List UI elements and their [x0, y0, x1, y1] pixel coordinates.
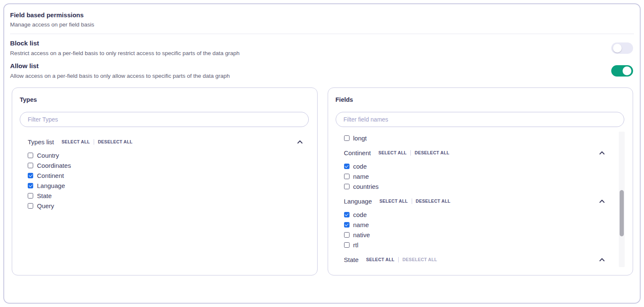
checkbox-row: code — [344, 268, 605, 270]
types-filter-input[interactable] — [20, 112, 309, 127]
collapse-button[interactable] — [599, 199, 605, 203]
checkbox-row: name — [344, 220, 605, 230]
checkbox-row: native — [344, 230, 605, 240]
group-label: State — [344, 256, 359, 263]
checkbox[interactable] — [344, 222, 350, 228]
block-list-heading: Block list — [10, 40, 239, 47]
checkbox-label: countries — [353, 183, 379, 190]
chevron-up-icon — [599, 199, 605, 203]
group-header: Types listSELECT ALLDESELECT ALL — [28, 137, 303, 146]
allow-list-heading: Allow list — [10, 62, 230, 70]
select-all-button[interactable]: SELECT ALL — [379, 198, 407, 204]
fields-panel: Fields longtContinentSELECT ALLDESELECT … — [328, 87, 633, 275]
checkbox[interactable] — [28, 183, 33, 188]
checkbox-row: Language — [28, 180, 303, 191]
checkbox[interactable] — [344, 184, 350, 189]
deselect-all-button[interactable]: DESELECT ALL — [402, 257, 437, 262]
allow-list-section: Allow list Allow access on a per-field b… — [4, 62, 640, 79]
fields-panel-title: Fields — [336, 96, 625, 103]
group-label: Types list — [28, 138, 54, 146]
group-header: StateSELECT ALLDESELECT ALL — [344, 255, 605, 264]
page-subtitle: Manage access on per field basis — [10, 21, 634, 28]
types-list: CountryCoordinatesContinentLanguageState… — [28, 150, 303, 211]
checkbox-label: State — [37, 192, 52, 199]
checkbox-label: Language — [37, 182, 65, 189]
collapse-button[interactable] — [599, 258, 605, 262]
checkbox[interactable] — [28, 163, 33, 168]
checkbox-row: Country — [28, 150, 303, 160]
checkbox-row: State — [28, 191, 303, 201]
checkbox-label: Country — [37, 152, 59, 159]
header-divider — [10, 34, 634, 34]
checkbox-label: Continent — [37, 172, 64, 179]
checkbox-label: longt — [353, 135, 367, 142]
deselect-all-button[interactable]: DESELECT ALL — [415, 150, 449, 155]
deselect-all-button[interactable]: DESELECT ALL — [416, 198, 451, 204]
checkbox-row: longt — [344, 133, 605, 143]
checkbox-row: code — [344, 161, 605, 171]
checkbox-row: countries — [344, 181, 605, 191]
group-label: Language — [344, 198, 372, 205]
chevron-up-icon — [599, 258, 605, 262]
deselect-all-button[interactable]: DESELECT ALL — [98, 139, 133, 144]
allow-list-toggle[interactable] — [611, 65, 633, 77]
allow-list-text: Allow list Allow access on a per-field b… — [10, 62, 230, 79]
vertical-separator — [94, 139, 94, 145]
group-label: Continent — [344, 149, 371, 156]
vertical-separator — [412, 198, 412, 204]
checkbox-row: Query — [28, 201, 303, 211]
allow-list-description: Allow access on a per-field basis to onl… — [10, 73, 230, 79]
checkbox[interactable] — [344, 242, 350, 248]
checkbox[interactable] — [28, 193, 33, 198]
block-list-toggle[interactable] — [611, 42, 633, 54]
select-all-button[interactable]: SELECT ALL — [62, 139, 90, 144]
checkbox-row: rtl — [344, 240, 605, 250]
selection-panels: Types Types listSELECT ALLDESELECT ALL C… — [4, 87, 640, 275]
checkbox[interactable] — [344, 232, 350, 238]
collapse-button[interactable] — [599, 151, 605, 155]
group-header: ContinentSELECT ALLDESELECT ALL — [344, 148, 605, 157]
checkbox[interactable] — [344, 174, 350, 179]
types-panel: Types Types listSELECT ALLDESELECT ALL C… — [12, 87, 318, 275]
field-permissions-card: Field based permissions Manage access on… — [3, 3, 641, 304]
checkbox[interactable] — [28, 173, 33, 178]
checkbox[interactable] — [344, 135, 350, 141]
checkbox-label: code — [353, 211, 367, 218]
checkbox-label: code — [353, 163, 367, 170]
block-list-description: Restrict access on a per-field basis to … — [10, 50, 239, 56]
checkbox-label: name — [353, 173, 369, 180]
checkbox[interactable] — [344, 164, 350, 169]
vertical-separator — [398, 257, 399, 262]
checkbox-label: name — [353, 221, 369, 228]
checkbox[interactable] — [344, 212, 350, 217]
vertical-separator — [410, 150, 411, 156]
select-all-button[interactable]: SELECT ALL — [366, 257, 394, 262]
checkbox-row: Coordinates — [28, 160, 303, 170]
page-title: Field based permissions — [10, 11, 634, 19]
toggle-knob — [613, 44, 622, 53]
block-list-text: Block list Restrict access on a per-fiel… — [10, 40, 239, 56]
checkbox-label: Query — [37, 202, 54, 209]
checkbox[interactable] — [28, 153, 33, 158]
select-all-button[interactable]: SELECT ALL — [379, 150, 407, 155]
types-group: Types listSELECT ALLDESELECT ALL Country… — [20, 137, 309, 211]
checkbox-row: code — [344, 209, 605, 220]
checkbox[interactable] — [344, 270, 350, 271]
checkbox[interactable] — [28, 203, 33, 209]
types-panel-title: Types — [20, 96, 309, 103]
checkbox-label: Coordinates — [37, 162, 71, 169]
fields-filter-input[interactable] — [336, 112, 625, 127]
block-list-section: Block list Restrict access on a per-fiel… — [4, 40, 640, 56]
page-header: Field based permissions Manage access on… — [4, 4, 640, 28]
fields-list[interactable]: longtContinentSELECT ALLDESELECT ALLcode… — [336, 130, 625, 270]
checkbox-label: code — [353, 270, 367, 271]
checkbox-label: native — [353, 231, 370, 238]
toggle-knob — [623, 66, 631, 75]
fields-scrollbar-thumb[interactable] — [620, 190, 624, 236]
fields-scrollbar-track[interactable] — [619, 132, 625, 267]
checkbox-label: rtl — [353, 241, 359, 249]
chevron-up-icon — [297, 140, 303, 144]
collapse-button[interactable] — [297, 140, 303, 144]
group-header: LanguageSELECT ALLDESELECT ALL — [344, 196, 605, 206]
checkbox-row: name — [344, 171, 605, 181]
